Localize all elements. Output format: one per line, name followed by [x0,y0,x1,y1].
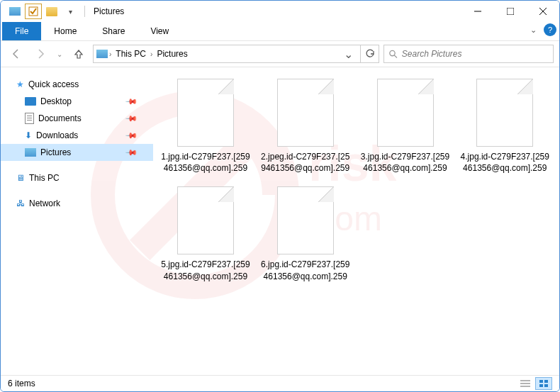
ribbon-expand-icon[interactable]: ⌄ [526,24,541,36]
file-name: 1.jpg.id-C279F237.[259461356@qq.com].259 [160,151,251,174]
file-icon [277,79,334,147]
close-button[interactable] [527,1,559,22]
qat-checkbox[interactable] [25,4,42,19]
file-icon [277,186,334,254]
address-folder-icon [96,50,108,58]
svg-rect-16 [539,384,543,387]
back-button[interactable] [6,44,26,64]
file-name: 5.jpg.id-C279F237.[259461356@qq.com].259 [160,259,251,281]
breadcrumb-item[interactable]: This PC [113,49,149,59]
statusbar: 6 items [1,375,559,391]
address-bar[interactable]: › This PC › Pictures ⌄ [93,45,361,63]
pictures-icon [25,148,36,157]
navigation-pane: ★ Quick access Desktop 📌 Documents 📌 ⬇ D… [1,67,153,376]
nav-label: Quick access [28,79,79,89]
nav-documents[interactable]: Documents 📌 [1,110,153,127]
ribbon-tab-view[interactable]: View [138,22,181,40]
status-count: 6 items [8,379,35,388]
ribbon-file-tab[interactable]: File [2,22,41,40]
minimize-button[interactable] [461,1,494,22]
navigation-toolbar: ⌄ › This PC › Pictures ⌄ [1,40,559,67]
file-name: 6.jpg.id-C279F237.[259461356@qq.com].259 [260,259,351,281]
svg-point-9 [390,50,395,55]
star-icon: ★ [16,79,24,89]
file-name: 4.jpg.id-C279F237.[259461356@qq.com].259 [459,151,550,174]
downloads-icon: ⬇ [25,130,32,140]
pin-icon: 📌 [124,94,138,108]
file-icon [377,79,434,147]
chevron-right-icon[interactable]: › [150,50,152,58]
qat-dropdown[interactable]: ▾ [62,4,79,19]
help-icon[interactable]: ? [544,23,556,36]
file-name: 2.jpeg.id-C279F237.[259461356@qq.com].25… [260,151,351,174]
search-box[interactable] [383,45,554,63]
nav-label: Documents [38,113,82,123]
qat-folder-icon[interactable] [43,4,60,19]
maximize-button[interactable] [494,1,527,22]
nav-label: Pictures [40,147,71,157]
pin-icon: 📌 [124,111,138,125]
pc-icon: 🖥 [16,173,25,183]
nav-desktop[interactable]: Desktop 📌 [1,93,153,110]
ribbon: File Home Share View ⌄ ? [1,22,559,40]
qat-icon-app[interactable] [6,4,23,19]
file-icon [476,79,533,147]
view-details-button[interactable] [517,377,534,390]
network-icon: 🖧 [16,198,25,208]
svg-line-10 [394,55,397,58]
breadcrumb-item[interactable]: Pictures [154,49,190,59]
file-item[interactable]: 3.jpg.id-C279F237.[259461356@qq.com].259 [360,79,451,174]
file-item[interactable]: 5.jpg.id-C279F237.[259461356@qq.com].259 [160,186,251,281]
file-item[interactable]: 1.jpg.id-C279F237.[259461356@qq.com].259 [160,79,251,174]
file-name: 3.jpg.id-C279F237.[259461356@qq.com].259 [360,151,451,174]
desktop-icon [25,97,36,106]
titlebar: ▾ Pictures [1,1,559,22]
nav-network[interactable]: 🖧 Network [1,195,153,212]
nav-pictures[interactable]: Pictures 📌 [1,144,153,161]
recent-dropdown[interactable]: ⌄ [55,44,65,64]
pin-icon: 📌 [124,145,138,159]
search-icon [388,49,398,59]
address-dropdown[interactable]: ⌄ [340,47,357,61]
nav-label: Network [29,198,60,208]
nav-downloads[interactable]: ⬇ Downloads 📌 [1,127,153,144]
nav-this-pc[interactable]: 🖥 This PC [1,169,153,186]
view-icons-button[interactable] [535,377,552,390]
svg-rect-15 [544,380,548,383]
file-item[interactable]: 4.jpg.id-C279F237.[259461356@qq.com].259 [459,79,550,174]
nav-quick-access[interactable]: ★ Quick access [1,76,153,93]
pin-icon: 📌 [124,128,138,142]
documents-icon [25,113,34,124]
svg-rect-6 [507,8,514,15]
chevron-right-icon[interactable]: › [109,50,111,58]
file-item[interactable]: 2.jpeg.id-C279F237.[259461356@qq.com].25… [260,79,351,174]
ribbon-tab-share[interactable]: Share [89,22,138,40]
window-title: Pictures [91,6,124,16]
nav-label: Downloads [36,130,78,140]
file-icon [177,186,234,254]
file-icon [177,79,234,147]
refresh-button[interactable] [361,45,379,63]
nav-label: This PC [29,173,60,183]
up-button[interactable] [69,44,89,64]
nav-label: Desktop [40,96,72,106]
svg-rect-17 [544,384,548,387]
file-item[interactable]: 6.jpg.id-C279F237.[259461356@qq.com].259 [260,186,351,281]
forward-button[interactable] [30,44,50,64]
ribbon-tab-home[interactable]: Home [41,22,89,40]
search-input[interactable] [402,49,549,59]
files-area[interactable]: 1.jpg.id-C279F237.[259461356@qq.com].259… [153,67,559,376]
svg-rect-14 [539,380,543,383]
